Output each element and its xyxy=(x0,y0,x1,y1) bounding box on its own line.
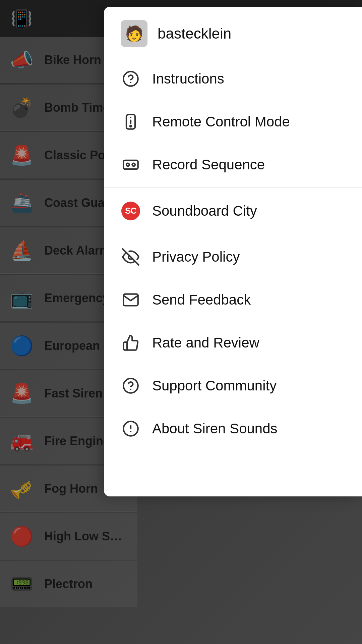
menu-label-instructions: Instructions xyxy=(152,71,224,87)
menu-item-soundboard-city[interactable]: SC Soundboard City xyxy=(104,190,362,232)
soundboard-city-icon: SC xyxy=(121,201,141,221)
info-circle-icon xyxy=(121,419,141,439)
support-icon xyxy=(121,376,141,396)
menu-item-rate-review[interactable]: Rate and Review xyxy=(104,321,362,364)
menu-label-send-feedback: Send Feedback xyxy=(152,292,251,308)
drawer-panel: 🧑 bastecklein Instructions xyxy=(104,7,362,496)
menu-label-privacy-policy: Privacy Policy xyxy=(152,249,240,265)
menu-item-support-community[interactable]: Support Community xyxy=(104,364,362,407)
remote-icon xyxy=(121,112,141,132)
menu-label-about: About Siren Sounds xyxy=(152,421,278,437)
menu-item-about[interactable]: About Siren Sounds xyxy=(104,407,362,450)
separator-1 xyxy=(104,187,362,188)
envelope-icon xyxy=(121,290,141,310)
menu-label-remote-control: Remote Control Mode xyxy=(152,114,290,130)
user-name: bastecklein xyxy=(158,25,231,42)
drawer-user-section: 🧑 bastecklein xyxy=(104,7,362,57)
svg-point-10 xyxy=(130,125,131,127)
thumbs-up-icon xyxy=(121,333,141,353)
menu-label-soundboard-city: Soundboard City xyxy=(152,203,257,219)
menu-label-support-community: Support Community xyxy=(152,378,277,394)
record-icon xyxy=(121,155,141,175)
menu-item-instructions[interactable]: Instructions xyxy=(104,57,362,100)
avatar: 🧑 xyxy=(121,20,147,47)
menu-item-privacy-policy[interactable]: Privacy Policy xyxy=(104,235,362,278)
menu-item-send-feedback[interactable]: Send Feedback xyxy=(104,278,362,321)
question-circle-icon xyxy=(121,69,141,89)
svg-point-12 xyxy=(126,163,129,166)
menu-item-remote-control[interactable]: Remote Control Mode xyxy=(104,100,362,143)
menu-item-record-sequence[interactable]: Record Sequence xyxy=(104,143,362,186)
separator-2 xyxy=(104,234,362,234)
drawer-menu: Instructions Remote Control Mode xyxy=(104,57,362,450)
menu-label-rate-review: Rate and Review xyxy=(152,335,259,351)
svg-point-13 xyxy=(132,163,135,166)
eye-off-icon xyxy=(121,247,141,267)
menu-label-record-sequence: Record Sequence xyxy=(152,157,265,173)
